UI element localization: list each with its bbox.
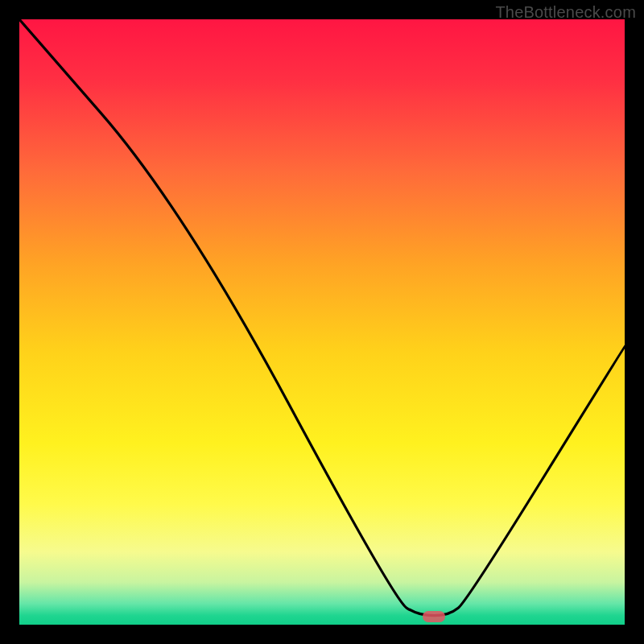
chart-curve: [19, 19, 625, 625]
chart-frame: [19, 19, 625, 625]
chart-marker: [423, 611, 445, 622]
